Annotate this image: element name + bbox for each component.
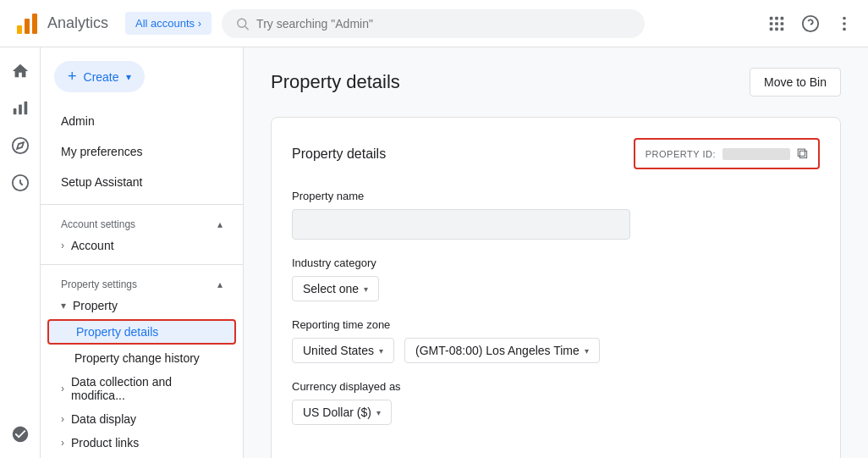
chevron-down-icon: ▾ — [61, 300, 66, 312]
svg-rect-10 — [781, 22, 784, 25]
property-id-area: PROPERTY ID: ⧉ — [634, 138, 820, 169]
svg-rect-5 — [770, 16, 773, 19]
currency-label: Currency displayed as — [292, 380, 820, 393]
create-button[interactable]: + Create ▾ — [54, 61, 145, 92]
svg-point-18 — [843, 27, 846, 30]
svg-rect-1 — [25, 19, 30, 34]
sidebar-item-data-collection[interactable]: › Data collection and modifica... — [41, 370, 243, 407]
reports-icon[interactable] — [3, 91, 37, 125]
sidebar-item-preferences[interactable]: My preferences — [41, 136, 243, 167]
svg-marker-23 — [17, 142, 24, 149]
svg-rect-8 — [770, 22, 773, 25]
country-select[interactable]: United States ▾ — [292, 338, 394, 363]
industry-category-select[interactable]: Select one ▾ — [292, 276, 379, 301]
svg-rect-7 — [781, 16, 784, 19]
sidebar-item-property-details[interactable]: Property details — [47, 319, 236, 345]
card-header: Property details PROPERTY ID: ⧉ — [292, 138, 820, 169]
timezone-select[interactable]: (GMT-08:00) Los Angeles Time ▾ — [404, 338, 600, 363]
svg-rect-13 — [781, 27, 784, 30]
sidebar-item-property-history[interactable]: Property change history — [41, 346, 243, 370]
svg-rect-0 — [17, 25, 22, 34]
property-settings-header: Property settings ▴ — [41, 272, 243, 294]
industry-category-group: Industry category Select one ▾ — [292, 257, 820, 301]
svg-rect-11 — [770, 27, 773, 30]
property-details-card: Property details PROPERTY ID: ⧉ Property… — [271, 117, 841, 458]
currency-chevron-icon: ▾ — [376, 408, 381, 417]
sidebar-item-admin[interactable]: Admin — [41, 106, 243, 136]
sidebar: + Create ▾ Admin My preferences Setup As… — [41, 47, 244, 458]
svg-rect-6 — [775, 16, 778, 19]
svg-point-3 — [238, 19, 246, 27]
icon-bar — [0, 47, 41, 458]
content-header: Property details Move to Bin — [271, 68, 841, 97]
svg-point-17 — [843, 22, 846, 25]
chevron-right-icon: › — [61, 240, 64, 251]
page-title: Property details — [271, 71, 400, 93]
property-settings-collapse-icon[interactable]: ▴ — [217, 279, 222, 290]
all-accounts-button[interactable]: All accounts › — [125, 12, 212, 35]
sidebar-item-data-display[interactable]: › Data display — [41, 407, 243, 431]
search-bar[interactable] — [222, 9, 645, 38]
timezone-label: Reporting time zone — [292, 318, 820, 331]
logo-area: Analytics — [14, 10, 108, 37]
chevron-right-icon-3: › — [61, 413, 64, 425]
main-content: Property details Move to Bin Property de… — [244, 47, 868, 458]
explore-icon[interactable] — [3, 129, 37, 163]
svg-rect-2 — [32, 14, 37, 34]
main-layout: + Create ▾ Admin My preferences Setup As… — [0, 47, 868, 458]
industry-category-label: Industry category — [292, 257, 820, 269]
currency-select[interactable]: US Dollar ($) ▾ — [292, 400, 392, 425]
property-name-input[interactable] — [292, 209, 630, 240]
copy-icon[interactable]: ⧉ — [797, 145, 808, 163]
sidebar-item-product-links[interactable]: › Product links — [41, 431, 243, 455]
property-id-value — [722, 148, 790, 160]
more-options-icon[interactable] — [834, 14, 854, 34]
timezone-chevron-icon: ▾ — [585, 346, 589, 356]
svg-rect-9 — [775, 22, 778, 25]
chevron-right-icon-4: › — [61, 437, 64, 449]
property-name-group: Property name — [292, 190, 820, 240]
search-input[interactable] — [256, 17, 631, 30]
svg-rect-12 — [775, 27, 778, 30]
svg-point-16 — [843, 16, 846, 19]
industry-chevron-icon: ▾ — [364, 284, 368, 294]
card-title: Property details — [292, 146, 386, 162]
sidebar-item-account[interactable]: › Account — [41, 234, 243, 257]
topbar: Analytics All accounts › — [0, 0, 868, 47]
timezone-group: Reporting time zone United States ▾ (GMT… — [292, 318, 820, 363]
property-id-label: PROPERTY ID: — [646, 149, 716, 159]
app-title: Analytics — [47, 14, 108, 32]
currency-group: Currency displayed as US Dollar ($) ▾ — [292, 380, 820, 425]
sidebar-create: + Create ▾ — [41, 47, 243, 106]
timezone-row: United States ▾ (GMT-08:00) Los Angeles … — [292, 338, 820, 363]
country-chevron-icon: ▾ — [379, 346, 383, 356]
home-icon[interactable] — [3, 54, 37, 88]
advertising-icon[interactable] — [3, 166, 37, 200]
svg-line-4 — [245, 26, 249, 30]
move-to-bin-button[interactable]: Move to Bin — [750, 68, 841, 97]
svg-rect-20 — [19, 104, 22, 114]
chevron-right-icon-2: › — [61, 383, 64, 395]
help-icon[interactable] — [800, 14, 821, 34]
admin-icon[interactable] — [3, 417, 37, 451]
topbar-actions — [766, 14, 854, 34]
analytics-logo — [14, 10, 41, 37]
sidebar-item-setup[interactable]: Setup Assistant — [41, 167, 243, 197]
svg-rect-21 — [24, 102, 27, 115]
sidebar-item-property[interactable]: ▾ Property — [41, 294, 243, 317]
svg-rect-19 — [13, 108, 16, 114]
sidebar-menu: Admin My preferences Setup Assistant — [41, 106, 243, 197]
svg-point-22 — [12, 138, 27, 153]
property-name-label: Property name — [292, 190, 820, 202]
account-settings-collapse-icon[interactable]: ▴ — [217, 218, 222, 230]
apps-icon[interactable] — [766, 14, 787, 34]
search-icon — [235, 16, 250, 31]
account-settings-header: Account settings ▴ — [41, 212, 243, 234]
